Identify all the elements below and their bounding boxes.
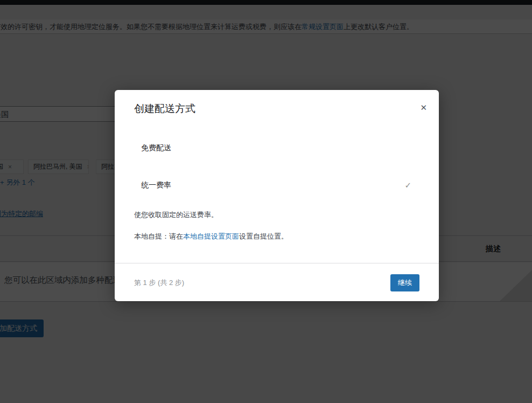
shipping-settings-screen: 有效的许可密钥，才能使用地理定位服务。如果您不需要根据地理位置来计算运费或税费，… [0, 0, 532, 403]
flat-rate-description: 使您收取固定的运送费率。 [134, 210, 218, 220]
local-pickup-settings-link[interactable]: 本地自提设置页面 [183, 232, 239, 240]
step-indicator: 第 1 步 (共 2 步) [134, 278, 184, 288]
local-pickup-prefix: 本地自提：请在 [134, 232, 183, 240]
close-icon[interactable]: ✕ [420, 103, 427, 112]
option-free-shipping[interactable]: 免费配送 [115, 129, 439, 166]
option-flat-rate[interactable]: 统一费率 ✓ [115, 166, 439, 204]
option-label: 免费配送 [141, 143, 171, 153]
create-shipping-method-modal: 创建配送方式 ✕ 免费配送 统一费率 ✓ 使您收取固定的运送费率。 本地自提：请… [115, 90, 439, 301]
selected-check-icon: ✓ [404, 180, 411, 190]
local-pickup-note: 本地自提：请在本地自提设置页面设置自提位置。 [134, 232, 288, 241]
local-pickup-suffix: 设置自提位置。 [239, 232, 288, 240]
modal-title: 创建配送方式 [134, 102, 195, 116]
modal-footer-divider [115, 263, 439, 263]
option-label: 统一费率 [141, 180, 171, 190]
continue-button[interactable]: 继续 [390, 274, 419, 291]
